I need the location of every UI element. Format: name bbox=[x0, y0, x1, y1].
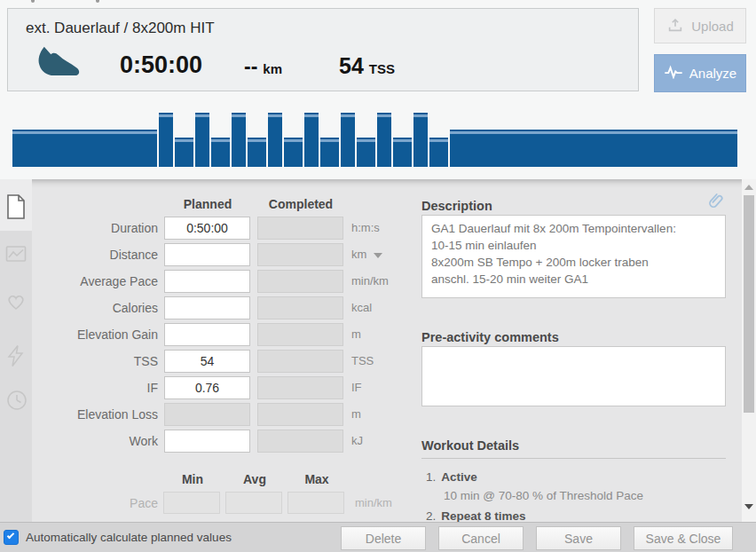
form-row-calories: Calories kcal bbox=[0, 296, 408, 319]
form-row-work: Work kJ bbox=[0, 430, 408, 453]
paperclip-icon[interactable] bbox=[704, 192, 725, 217]
form-row-tss: TSS TSS bbox=[0, 350, 408, 373]
description-header: Description bbox=[421, 199, 492, 213]
completed-column-header: Completed bbox=[257, 197, 344, 211]
unit-selector[interactable]: km bbox=[351, 243, 382, 266]
avg-column-header: Avg bbox=[225, 472, 284, 486]
profile-bar-recovery bbox=[357, 138, 375, 167]
tss-completed-input bbox=[257, 350, 343, 373]
form-row-average-pace: Average Pace min/km bbox=[0, 270, 408, 293]
footer-bar: Automatically calculate planned values D… bbox=[0, 522, 756, 552]
workout-detail-panel: Planned Completed Duration h:m:s Distanc… bbox=[0, 179, 756, 522]
field-label: IF bbox=[0, 376, 158, 399]
max-column-header: Max bbox=[287, 472, 346, 486]
pace-max-input bbox=[287, 492, 344, 514]
duration-planned-input[interactable] bbox=[164, 217, 250, 240]
profile-bar-interval bbox=[413, 113, 428, 167]
profile-bar-interval bbox=[268, 113, 282, 167]
unit-label: min/km bbox=[355, 492, 392, 515]
work-completed-input bbox=[257, 430, 343, 453]
distance-completed-input bbox=[257, 243, 343, 266]
form-row-pace-minavgmax: Pace min/km bbox=[0, 492, 408, 515]
divider bbox=[421, 458, 726, 459]
pre-activity-textarea[interactable] bbox=[421, 346, 726, 406]
description-textarea[interactable]: GA1 Dauerlauf mit 8x 200m Tempointervall… bbox=[421, 215, 726, 298]
form-row-distance: Distance km bbox=[0, 243, 408, 266]
profile-bar-interval bbox=[341, 113, 355, 167]
scroll-down-arrow-icon[interactable] bbox=[744, 504, 753, 509]
elevation-loss-completed-input bbox=[257, 403, 343, 426]
calories-planned-input[interactable] bbox=[164, 296, 250, 319]
form-row-if: IF IF bbox=[0, 376, 408, 399]
save-and-close-button[interactable]: Save & Close bbox=[634, 526, 733, 550]
unit-label: IF bbox=[351, 376, 362, 399]
pre-activity-header: Pre-activity comments bbox=[421, 330, 559, 344]
unit-label: kcal bbox=[351, 296, 372, 319]
profile-bar-interval bbox=[232, 113, 246, 167]
field-label: Duration bbox=[0, 217, 158, 240]
save-button[interactable]: Save bbox=[536, 526, 621, 550]
profile-bar-interval bbox=[304, 113, 319, 167]
planned-duration-stat: 0:50:00 bbox=[120, 51, 202, 79]
elevation-gain-planned-input[interactable] bbox=[164, 323, 250, 346]
scroll-up-arrow-icon[interactable] bbox=[744, 185, 753, 190]
unit-label: m bbox=[351, 403, 361, 426]
planned-column-header: Planned bbox=[164, 197, 251, 211]
workout-step: 2.Repeat 8 times bbox=[426, 509, 526, 522]
running-shoe-icon bbox=[35, 44, 83, 85]
scrollbar-thumb[interactable] bbox=[744, 195, 754, 413]
form-row-elevation-loss: Elevation Loss m bbox=[0, 403, 408, 426]
unit-label: h:m:s bbox=[351, 217, 380, 240]
if-planned-input[interactable] bbox=[164, 376, 250, 399]
tss-planned-input[interactable] bbox=[164, 350, 250, 373]
analyze-button[interactable]: Analyze bbox=[654, 54, 746, 92]
field-label: Work bbox=[0, 430, 158, 453]
duration-completed-input bbox=[257, 217, 343, 240]
chevron-down-icon bbox=[374, 253, 382, 258]
workout-step-detail: 10 min @ 70-80 % of Threshold Pace bbox=[444, 489, 643, 502]
field-label: Average Pace bbox=[0, 270, 158, 293]
upload-icon bbox=[666, 16, 684, 36]
profile-bar-interval bbox=[159, 113, 173, 167]
work-planned-input[interactable] bbox=[164, 430, 250, 453]
workout-profile-chart bbox=[12, 111, 742, 167]
form-row-duration: Duration h:m:s bbox=[0, 217, 408, 240]
workout-summary-card: ext. Dauerlauf / 8x200m HIT 0:50:00 -- k… bbox=[7, 8, 639, 91]
calories-completed-input bbox=[257, 296, 343, 319]
workout-step: 1.Active bbox=[426, 470, 477, 484]
pace-avg-input bbox=[225, 492, 282, 514]
distance-unit-label: km bbox=[263, 61, 282, 76]
average-pace-planned-input[interactable] bbox=[164, 270, 250, 293]
field-label: Pace bbox=[0, 492, 158, 515]
auto-calc-checkbox[interactable] bbox=[4, 530, 19, 545]
waveform-icon bbox=[664, 65, 683, 82]
profile-bar-interval bbox=[195, 113, 209, 167]
planned-distance-stat: -- km bbox=[244, 55, 282, 79]
profile-bar-recovery bbox=[393, 138, 412, 167]
planned-tss-stat: 54 TSS bbox=[339, 53, 395, 79]
profile-bar-recovery bbox=[284, 138, 303, 167]
unit-label: kJ bbox=[351, 430, 363, 453]
elevation-loss-planned-input bbox=[164, 403, 250, 426]
distance-planned-input[interactable] bbox=[164, 243, 250, 266]
vertical-scrollbar[interactable] bbox=[742, 179, 756, 522]
unit-label: min/km bbox=[351, 270, 389, 293]
elevation-gain-completed-input bbox=[257, 323, 343, 346]
form-row-elevation-gain: Elevation Gain m bbox=[0, 323, 408, 346]
upload-button[interactable]: Upload bbox=[654, 8, 746, 43]
average-pace-completed-input bbox=[257, 270, 343, 293]
if-completed-input bbox=[257, 376, 343, 399]
delete-button[interactable]: Delete bbox=[341, 526, 426, 550]
min-column-header: Min bbox=[163, 472, 222, 486]
profile-bar-recovery bbox=[248, 138, 266, 167]
clipped-text-fragment bbox=[96, 0, 99, 3]
workout-title: ext. Dauerlauf / 8x200m HIT bbox=[26, 20, 215, 37]
profile-bar-recovery bbox=[429, 138, 448, 167]
cancel-button[interactable]: Cancel bbox=[438, 526, 524, 550]
unit-label: TSS bbox=[351, 350, 374, 373]
profile-bar-recovery bbox=[320, 138, 339, 167]
field-label: Elevation Gain bbox=[0, 323, 158, 346]
unit-label: m bbox=[351, 323, 361, 346]
workout-details-header: Workout Details bbox=[421, 438, 519, 453]
field-label: TSS bbox=[0, 350, 158, 373]
